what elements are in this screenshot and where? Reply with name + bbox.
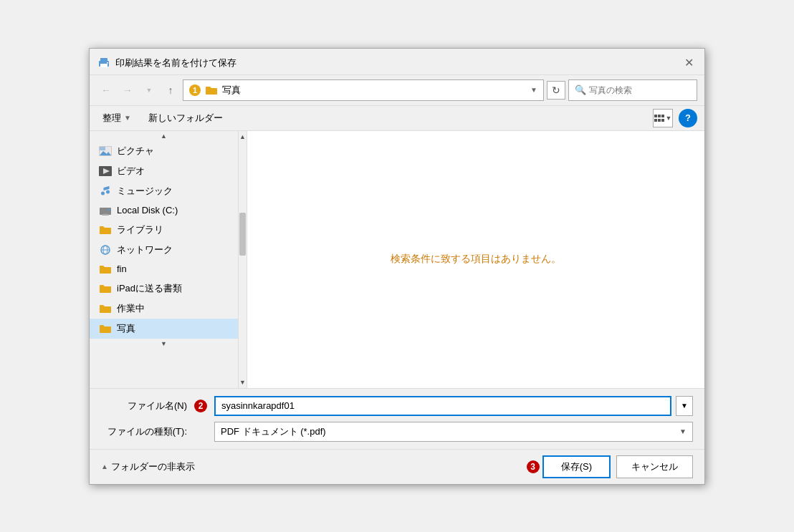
sidebar-item-label: Local Disk (C:) bbox=[117, 205, 178, 216]
svg-rect-12 bbox=[100, 147, 105, 150]
title-bar: 印刷結果を名前を付けて保存 ✕ bbox=[90, 49, 704, 75]
search-icon: 🔍 bbox=[575, 84, 586, 95]
filename-dropdown[interactable]: ▼ bbox=[676, 396, 693, 416]
help-button[interactable]: ? bbox=[679, 109, 697, 127]
sidebar-item-label: ミュージック bbox=[117, 185, 173, 198]
network-icon bbox=[98, 244, 113, 256]
sidebar-wrapper: ▲ ピクチャ ビデオ ミュージック bbox=[90, 131, 247, 388]
folder-toggle-icon: ▲ bbox=[101, 463, 108, 470]
sidebar-item-network[interactable]: ネットワーク bbox=[90, 240, 238, 260]
dropdown-button[interactable]: ▼ bbox=[140, 81, 158, 100]
sidebar: ▲ ピクチャ ビデオ ミュージック bbox=[90, 131, 238, 388]
filename-label-text: ファイル名(N bbox=[128, 400, 184, 411]
filetype-value: PDF ドキュメント (*.pdf) bbox=[221, 425, 326, 438]
sidebar-item-label: fin bbox=[117, 263, 127, 274]
svg-rect-9 bbox=[661, 119, 664, 122]
svg-point-16 bbox=[101, 191, 105, 195]
sidebar-item-ipad[interactable]: iPadに送る書類 bbox=[90, 279, 238, 299]
new-folder-button[interactable]: 新しいフォルダー bbox=[143, 110, 229, 127]
form-area: ファイル名(N) 2 syasinnkarapdf01 ▼ ファイルの種類(T)… bbox=[90, 389, 704, 449]
music-icon bbox=[98, 185, 113, 197]
button-row: ▲ フォルダーの非表示 3 保存(S) キャンセル bbox=[90, 449, 704, 484]
toolbar: 整理 ▼ 新しいフォルダー ▼ ? bbox=[90, 106, 704, 131]
sidebar-item-music[interactable]: ミュージック bbox=[90, 181, 238, 201]
sidebar-item-label: ライブラリ bbox=[117, 223, 163, 236]
dialog-icon bbox=[97, 56, 111, 70]
step1-badge: 1 bbox=[189, 84, 201, 96]
refresh-button[interactable]: ↻ bbox=[547, 81, 565, 100]
file-area: 検索条件に致する項目はありません。 bbox=[247, 131, 704, 388]
filename-row: ファイル名(N) 2 syasinnkarapdf01 ▼ bbox=[101, 396, 693, 416]
sidebar-item-label: 作業中 bbox=[117, 302, 145, 315]
save-button[interactable]: 保存(S) bbox=[542, 455, 611, 478]
save-group: 3 保存(S) bbox=[527, 455, 611, 478]
svg-rect-8 bbox=[658, 119, 661, 122]
empty-message: 検索条件に致する項目はありません。 bbox=[391, 253, 561, 266]
organize-button[interactable]: 整理 ▼ bbox=[97, 110, 137, 127]
svg-rect-4 bbox=[654, 115, 657, 117]
pictures-icon bbox=[98, 145, 113, 157]
svg-point-17 bbox=[106, 190, 110, 193]
view-dropdown-icon: ▼ bbox=[666, 115, 672, 122]
folder-icon bbox=[205, 85, 218, 95]
dialog-title: 印刷結果を名前を付けて保存 bbox=[115, 57, 236, 69]
address-dropdown-arrow[interactable]: ▼ bbox=[530, 86, 537, 94]
up-button[interactable]: ↑ bbox=[161, 81, 180, 100]
sidebar-item-fin[interactable]: fin bbox=[90, 260, 238, 279]
filetype-label: ファイルの種類(T): bbox=[101, 425, 187, 438]
svg-rect-3 bbox=[107, 62, 108, 64]
folder-toggle[interactable]: ▲ フォルダーの非表示 bbox=[101, 460, 195, 473]
filetype-row: ファイルの種類(T): PDF ドキュメント (*.pdf) ▼ bbox=[101, 422, 693, 442]
organize-dropdown-icon: ▼ bbox=[124, 114, 131, 122]
new-folder-label: 新しいフォルダー bbox=[148, 112, 223, 125]
search-input[interactable] bbox=[589, 85, 691, 95]
forward-button[interactable]: → bbox=[118, 81, 137, 100]
sidebar-item-label: iPadに送る書類 bbox=[117, 282, 182, 295]
filetype-select[interactable]: PDF ドキュメント (*.pdf) ▼ bbox=[214, 422, 693, 442]
step3-badge: 3 bbox=[527, 460, 540, 473]
syashin-folder-icon bbox=[98, 323, 113, 334]
scrollbar-thumb[interactable] bbox=[239, 213, 246, 256]
disk-icon bbox=[98, 205, 113, 216]
sidebar-item-videos[interactable]: ビデオ bbox=[90, 161, 238, 181]
address-field[interactable]: 1 写真 ▼ bbox=[183, 79, 544, 101]
sidebar-item-local-disk[interactable]: Local Disk (C:) bbox=[90, 201, 238, 220]
scroll-up-arrow[interactable]: ▲ bbox=[90, 131, 238, 141]
sidebar-item-pictures[interactable]: ピクチャ bbox=[90, 141, 238, 161]
scroll-down-arrow[interactable]: ▼ bbox=[90, 339, 238, 349]
svg-rect-7 bbox=[654, 119, 657, 122]
address-bar: ← → ▼ ↑ 1 写真 ▼ ↻ 🔍 bbox=[90, 75, 704, 106]
filename-label: ファイル名(N) bbox=[101, 400, 187, 412]
scrollbar-down[interactable]: ▼ bbox=[239, 377, 247, 388]
sidebar-item-label: 写真 bbox=[117, 322, 135, 335]
library-icon bbox=[98, 224, 113, 236]
sidebar-item-label: ビデオ bbox=[117, 165, 145, 178]
svg-rect-5 bbox=[658, 115, 661, 117]
svg-rect-6 bbox=[661, 115, 664, 117]
filename-input-wrapper[interactable]: syasinnkarapdf01 bbox=[214, 396, 671, 416]
fin-folder-icon bbox=[98, 263, 113, 275]
title-bar-left: 印刷結果を名前を付けて保存 bbox=[97, 56, 236, 70]
back-button[interactable]: ← bbox=[97, 81, 115, 100]
view-button[interactable]: ▼ bbox=[653, 109, 673, 127]
scrollbar-up[interactable]: ▲ bbox=[239, 131, 247, 142]
sidebar-item-library[interactable]: ライブラリ bbox=[90, 220, 238, 240]
sidebar-item-label: ピクチャ bbox=[117, 145, 154, 158]
close-button[interactable]: ✕ bbox=[680, 54, 697, 72]
svg-point-22 bbox=[108, 208, 110, 211]
ipad-folder-icon bbox=[98, 283, 113, 294]
filename-label-suffix: ) bbox=[184, 400, 187, 411]
search-field[interactable]: 🔍 bbox=[568, 79, 697, 101]
button-group: 3 保存(S) キャンセル bbox=[527, 455, 693, 478]
scrollbar-track[interactable] bbox=[239, 142, 247, 377]
address-path: 写真 bbox=[222, 84, 526, 97]
cancel-button[interactable]: キャンセル bbox=[616, 455, 693, 478]
folder-toggle-label: フォルダーの非表示 bbox=[111, 460, 195, 473]
sidebar-scrollbar[interactable]: ▲ ▼ bbox=[238, 131, 247, 388]
svg-rect-2 bbox=[100, 64, 107, 67]
sidebar-item-sakugyochu[interactable]: 作業中 bbox=[90, 299, 238, 319]
filename-value: syasinnkarapdf01 bbox=[221, 400, 295, 411]
organize-label: 整理 bbox=[102, 112, 121, 125]
sidebar-item-syashin[interactable]: 写真 bbox=[90, 319, 238, 339]
view-icon bbox=[654, 115, 664, 122]
